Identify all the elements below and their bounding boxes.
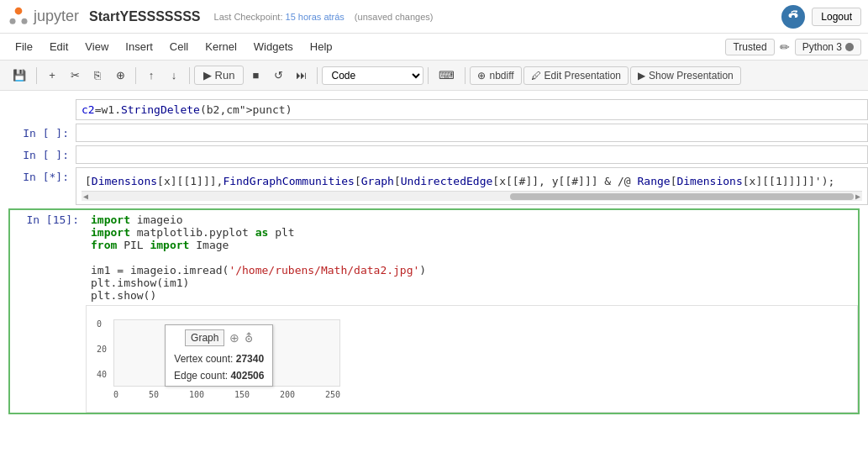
presentation-edit-icon: 🖊: [531, 70, 541, 82]
tooltip-row-1: Graph ⊕ ⛢: [185, 329, 253, 346]
x-label-100: 100: [189, 390, 204, 399]
toolbar-separator-3: [189, 67, 190, 84]
cell-1: In [ ]:: [0, 124, 868, 142]
notebook-area: c2=w1.StringDelete(b2,cm">punct) In [ ]:…: [0, 91, 868, 474]
jupyter-wordmark: jupyter: [34, 8, 79, 25]
x-label-0: 0: [113, 390, 118, 399]
edge-count-value: 402506: [230, 370, 264, 382]
menu-widgets[interactable]: Widgets: [245, 37, 302, 56]
x-label-150: 150: [234, 390, 250, 399]
toolbar-edit-group: + ✂ ⎘ ⊕: [41, 66, 131, 85]
notebook-title[interactable]: StartYESSSSSSS: [89, 9, 201, 24]
restart-button[interactable]: ↺: [267, 66, 289, 85]
jupyter-logo-icon: [7, 5, 30, 29]
kernel-name: Python 3: [802, 41, 842, 53]
x-label-200: 200: [280, 390, 295, 399]
cell-active-input[interactable]: import imageio import matplotlib.pyplot …: [86, 210, 858, 305]
menubar: File Edit View Insert Cell Kernel Widget…: [0, 34, 868, 61]
toolbar-save-group: 💾: [7, 66, 32, 85]
x-label-250: 250: [325, 390, 340, 399]
copy-cell-button[interactable]: ⎘: [87, 66, 108, 85]
keyboard-shortcuts-button[interactable]: ⌨: [433, 66, 460, 85]
edit-presentation-label: Edit Presentation: [544, 70, 621, 82]
cell-type-select[interactable]: Code Markdown Raw NBConvert Heading: [322, 66, 423, 85]
graph-network-icon: ⛢: [245, 331, 253, 345]
python-logo-icon: [781, 5, 805, 29]
graph-output-area: 0 20 40 Graph ⊕ ⛢: [90, 309, 854, 408]
svg-point-1: [10, 18, 16, 24]
nbdiff-label: nbdiff: [489, 70, 513, 82]
logout-button[interactable]: Logout: [812, 8, 861, 26]
checkpoint-info: Last Checkpoint: 15 horas atrás: [214, 12, 345, 22]
edge-count-label: Edge count:: [174, 370, 228, 382]
vertex-count-label: Vertex count:: [174, 353, 233, 365]
cell-3-code: [Dimensions[x][[1]]],FindGraphCommunitie…: [82, 171, 862, 191]
cell-0-prompt: [0, 99, 76, 103]
cell-active: In [15]: import imageio import matplotli…: [10, 210, 858, 305]
topbar: jupyter StartYESSSSSSS Last Checkpoint: …: [0, 0, 868, 34]
cell-active-code: import imageio import matplotlib.pyplot …: [91, 213, 853, 302]
pencil-icon[interactable]: ✏: [780, 40, 790, 54]
active-cell-container: In [15]: import imageio import matplotli…: [8, 208, 860, 414]
trusted-button[interactable]: Trusted: [725, 39, 774, 55]
save-button[interactable]: 💾: [7, 66, 32, 85]
stop-button[interactable]: ■: [245, 66, 266, 85]
graph-plot-area: Graph ⊕ ⛢ Vertex count: 27340 Edge count…: [113, 319, 340, 387]
graph-tooltip: Graph ⊕ ⛢ Vertex count: 27340 Edge count…: [165, 324, 273, 387]
menu-edit[interactable]: Edit: [41, 37, 76, 56]
toolbar-separator-2: [135, 67, 136, 84]
toolbar-move-group: ↑ ↓: [140, 66, 185, 85]
menu-file[interactable]: File: [7, 37, 41, 56]
run-button[interactable]: ▶ Run: [194, 66, 244, 85]
move-down-button[interactable]: ↓: [163, 66, 185, 85]
toolbar-separator-5: [428, 67, 429, 84]
nbdiff-button[interactable]: ⊕ nbdiff: [470, 66, 521, 85]
svg-point-0: [15, 7, 23, 14]
x-label-50: 50: [149, 390, 159, 399]
menu-help[interactable]: Help: [302, 37, 341, 56]
cell-3-input[interactable]: [Dimensions[x][[1]]],FindGraphCommunitie…: [76, 167, 868, 205]
x-axis-labels: 0 50 100 150 200 250: [113, 390, 340, 399]
scroll-thumb[interactable]: [510, 193, 854, 200]
nbdiff-icon: ⊕: [477, 70, 486, 82]
scroll-left-arrow[interactable]: ◀: [82, 192, 90, 201]
cell-0-code: c2=w1.StringDelete(b2,cm">punct): [82, 103, 862, 116]
presentation-show-icon: ▶: [638, 70, 645, 82]
cell-1-input[interactable]: [76, 124, 868, 142]
show-presentation-label: Show Presentation: [649, 70, 734, 82]
add-cell-button[interactable]: +: [41, 66, 63, 85]
menu-view[interactable]: View: [76, 37, 117, 56]
graph-word-label: Graph: [191, 332, 218, 344]
menu-cell[interactable]: Cell: [161, 37, 197, 56]
cell-1-prompt: In [ ]:: [0, 124, 76, 140]
toolbar-separator-6: [465, 67, 466, 84]
move-up-button[interactable]: ↑: [140, 66, 162, 85]
graph-label-box: Graph: [185, 329, 224, 346]
paste-cell-button[interactable]: ⊕: [109, 66, 131, 85]
scroll-right-arrow[interactable]: ▶: [854, 192, 862, 201]
cell-3: In [*]: [Dimensions[x][[1]]],FindGraphCo…: [0, 167, 868, 205]
cell-3-scrollbar[interactable]: ◀ ▶: [82, 191, 862, 201]
cell-active-prompt: In [15]:: [10, 210, 86, 226]
graph-container: 0 20 40 Graph ⊕ ⛢: [97, 313, 349, 405]
checkpoint-link[interactable]: 15 horas atrás: [286, 12, 345, 22]
y-label-40: 40: [97, 370, 107, 379]
cell-0: c2=w1.StringDelete(b2,cm">punct): [0, 99, 868, 120]
toolbar-separator-1: [36, 67, 37, 84]
unsaved-changes: (unsaved changes): [355, 12, 434, 22]
menu-insert[interactable]: Insert: [117, 37, 161, 56]
restart-run-all-button[interactable]: ⏭: [290, 66, 313, 85]
y-label-0: 0: [97, 319, 102, 329]
toolbar-run-group: ▶ Run ■ ↺ ⏭: [194, 66, 313, 85]
svg-point-2: [22, 18, 28, 24]
vertex-count-value: 27340: [236, 353, 264, 365]
show-presentation-button[interactable]: ▶ Show Presentation: [630, 66, 741, 85]
cell-0-input[interactable]: c2=w1.StringDelete(b2,cm">punct): [76, 99, 868, 120]
edit-presentation-button[interactable]: 🖊 Edit Presentation: [523, 66, 629, 85]
cell-2-prompt: In [ ]:: [0, 145, 76, 161]
menu-kernel[interactable]: Kernel: [197, 37, 245, 56]
cut-cell-button[interactable]: ✂: [64, 66, 86, 85]
cell-2-input[interactable]: [76, 145, 868, 164]
kernel-status-dot: [845, 43, 854, 51]
y-label-20: 20: [97, 345, 107, 354]
